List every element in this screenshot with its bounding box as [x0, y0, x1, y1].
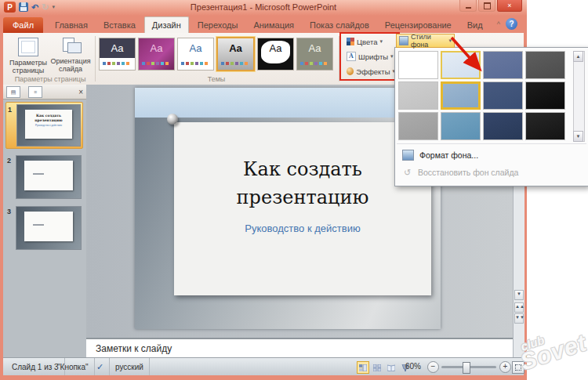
zoom-slider[interactable] [441, 366, 496, 368]
normal-view-button[interactable] [357, 361, 369, 374]
page-setup-icon [18, 38, 38, 56]
next-slide-icon[interactable]: ▼▼ [514, 313, 524, 324]
slide-orientation-button[interactable]: Ориентация слайда [50, 36, 91, 77]
zoom-slider-thumb[interactable] [463, 362, 470, 374]
view-buttons [357, 361, 412, 374]
title-bar: P ↶ ↻ ▾ Презентация1 - Microsoft PowerPo… [0, 0, 527, 16]
tab-transitions[interactable]: Переходы [191, 17, 245, 33]
thumbnail-card: Как создать презентацию Руководство к де… [25, 110, 73, 138]
slide-3-thumbnail[interactable] [16, 206, 82, 250]
thumbnail-text-line [33, 173, 44, 175]
tab-animations[interactable]: Анимация [246, 17, 301, 33]
notes-pane[interactable]: Заметки к слайду [86, 338, 513, 357]
page-setup-button[interactable]: Параметры страницы [8, 36, 49, 77]
reset-background-icon: ↺ [402, 168, 412, 177]
bg-style-swatch-9[interactable] [398, 112, 438, 140]
thumbnail-title: Как создать презентацию [25, 114, 73, 123]
theme-sample-text: Aa [139, 38, 174, 59]
slide-1-thumbnail[interactable]: Как создать презентацию Руководство к де… [16, 104, 81, 147]
tab-slides-thumbnails[interactable]: ▤ [6, 86, 20, 98]
maximize-button[interactable] [478, 0, 495, 12]
themes-group-label: Темы [99, 75, 334, 83]
annotation-red-arrow [439, 31, 494, 78]
theme-color-dots [103, 62, 132, 65]
bg-style-swatch-1[interactable] [398, 51, 438, 79]
bg-style-swatch-12[interactable] [525, 112, 565, 140]
tab-review[interactable]: Рецензирование [378, 17, 459, 33]
slide-thumbnail-row-1[interactable]: 1 Как создать презентацию Руководство к … [5, 102, 83, 149]
theme-thumbnail-4-selected[interactable]: Aa [216, 37, 255, 71]
thumbnail-text-line [33, 224, 44, 226]
thumbnail-subtitle: Руководство к действию [25, 124, 73, 127]
scroll-down-icon[interactable]: ▼ [514, 290, 524, 300]
slide-sorter-view-button[interactable] [371, 361, 383, 374]
theme-thumbnail-3[interactable]: Aa [177, 38, 214, 71]
tab-outline[interactable]: ≡ [28, 86, 42, 98]
slide-number: 2 [7, 155, 13, 199]
theme-sample-text: Aa [258, 38, 293, 59]
theme-color-dots [142, 62, 171, 65]
tab-slideshow[interactable]: Показ слайдов [303, 17, 376, 33]
theme-thumbnail-5[interactable]: Aa [257, 38, 294, 71]
tab-design[interactable]: Дизайн [144, 16, 189, 33]
dropdown-scrollbar[interactable]: ▲ ▼ [573, 51, 585, 142]
bg-style-swatch-11[interactable] [483, 112, 523, 140]
annotation-red-box [339, 32, 400, 81]
theme-thumbnail-1[interactable]: Aa [99, 38, 136, 71]
zoom-level[interactable]: 60% [405, 362, 421, 371]
scroll-down-icon[interactable]: ▼ [573, 131, 583, 142]
format-background-icon [402, 150, 414, 161]
language-badge[interactable]: русский [110, 358, 150, 375]
tab-insert[interactable]: Вставка [96, 17, 143, 33]
menu-separator [397, 143, 586, 144]
bg-style-swatch-7[interactable] [483, 81, 523, 110]
slide-subtitle[interactable]: Руководство к действию [187, 223, 418, 234]
theme-sample-text: Aa [100, 38, 135, 59]
ribbon-tab-bar: Файл Главная Вставка Дизайн Переходы Ани… [3, 16, 524, 33]
slide-number: 1 [8, 104, 14, 147]
bg-style-swatch-10[interactable] [441, 112, 481, 140]
theme-color-dots [300, 62, 329, 65]
slides-panel-header: ▤ ≡ × [3, 85, 86, 100]
close-panel-icon[interactable]: × [78, 88, 83, 96]
theme-thumbnail-6[interactable]: Aa [296, 38, 333, 71]
slide-orientation-icon [61, 38, 80, 55]
tab-view[interactable]: Вид [460, 17, 490, 33]
theme-color-dots [221, 62, 250, 65]
scroll-up-icon[interactable]: ▲ [573, 51, 583, 62]
window-title: Презентация1 - Microsoft PowerPoint [0, 2, 527, 12]
screenshot: P ↶ ↻ ▾ Презентация1 - Microsoft PowerPo… [0, 0, 588, 380]
close-button[interactable]: × [497, 0, 522, 12]
slide-sorter-icon [373, 364, 381, 371]
background-styles-icon [399, 36, 408, 45]
theme-thumbnail-2[interactable]: Aa [138, 38, 175, 71]
bg-style-swatch-4[interactable] [525, 51, 565, 79]
tab-home[interactable]: Главная [48, 17, 95, 33]
theme-name-badge[interactable]: "Кнопка" [52, 358, 95, 375]
bg-style-swatch-8[interactable] [525, 81, 565, 110]
minimize-button[interactable] [459, 0, 477, 12]
format-background-label: Формат фона... [419, 150, 478, 160]
bg-style-swatch-5[interactable] [398, 81, 438, 110]
slide-title[interactable]: Как создать презентацию [187, 155, 418, 212]
zoom-out-icon[interactable]: − [427, 361, 439, 373]
slide-number: 3 [7, 206, 13, 250]
normal-view-icon [359, 364, 367, 371]
reset-background-label: Восстановить фон слайда [418, 168, 518, 177]
reading-view-button[interactable] [385, 361, 397, 374]
zoom-in-icon[interactable]: + [499, 361, 511, 373]
bg-style-swatch-6-selected[interactable] [441, 81, 481, 110]
status-bar: Слайд 1 из 3 "Кнопка" ✓ русский 60% − [3, 357, 524, 375]
spell-check-icon[interactable]: ✓ [91, 358, 110, 375]
slide-2-thumbnail[interactable] [16, 155, 82, 199]
notes-placeholder: Заметки к слайду [96, 343, 172, 354]
slide-thumbnail-row-2[interactable]: 2 [5, 154, 83, 201]
previous-slide-icon[interactable]: ▲▲ [514, 302, 524, 313]
thumbnail-card [24, 212, 73, 241]
slide-thumbnail-row-3[interactable]: 3 [5, 204, 83, 252]
format-background-menu-item[interactable]: Формат фона... [397, 147, 586, 164]
reset-background-menu-item[interactable]: ↺ Восстановить фон слайда [397, 164, 586, 181]
tab-file[interactable]: Файл [3, 17, 43, 33]
group-separator [95, 36, 96, 81]
page-setup-label: Параметры страницы [8, 59, 49, 75]
